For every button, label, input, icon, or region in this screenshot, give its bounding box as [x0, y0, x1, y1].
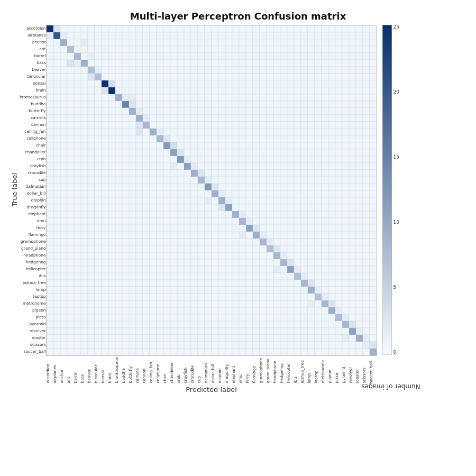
x-tick-label: dollar_bill [211, 357, 218, 383]
x-tick-label: cellphone [156, 357, 163, 383]
y-tick-label: crocodile [28, 169, 46, 176]
y-tick-label: helicopter [26, 266, 46, 272]
y-tick-label: pyramid [30, 321, 46, 327]
colorbar-tick: 5 [393, 285, 399, 290]
x-tick-label: dolphin [218, 357, 225, 383]
main-container: Multi-layer Perceptron Confusion matrix … [0, 0, 476, 476]
x-tick-label: helicopter [287, 357, 294, 383]
y-tick-label: accordion [26, 25, 46, 32]
colorbar-row: 2520151050 [382, 25, 399, 355]
colorbar-tick: 15 [393, 155, 399, 160]
y-tick-label: cannon [31, 121, 46, 128]
y-tick-label: ant [39, 45, 45, 52]
y-tick-label: pizza [35, 314, 45, 321]
x-tick-label: butterfly [129, 357, 135, 383]
y-tick-label: hedgehog [26, 259, 46, 266]
y-tick-label: lamp [36, 286, 46, 293]
colorbar-tick: 10 [393, 220, 399, 225]
y-tick-label: anchor [32, 39, 46, 45]
y-tick-label: ceiling_fan [24, 128, 45, 135]
x-tick-label: grand_piano [266, 357, 273, 383]
x-tick-label: scissors [362, 357, 369, 383]
x-tick-label: chair [163, 357, 170, 383]
x-tick-label: headphone [273, 357, 280, 383]
chart-area: Multi-layer Perceptron Confusion matrix … [11, 11, 465, 465]
x-tick-label: gramophone [259, 357, 266, 383]
chart-title: Multi-layer Perceptron Confusion matrix [11, 11, 465, 22]
x-tick-label: crab [177, 357, 184, 383]
y-axis-title: True label [11, 173, 19, 206]
y-tick-label: binocular [28, 73, 46, 80]
x-tick-label: beaver [87, 357, 94, 383]
x-tick-label: soccer_ball [369, 357, 376, 383]
x-tick-label: dalmatian [204, 357, 211, 383]
y-tick-label: dragonfly [27, 204, 46, 210]
y-tick-label: cup [39, 176, 46, 183]
colorbar-tick: 20 [393, 90, 399, 95]
x-tick-labels: accordionairplanesanchorantbarrelbassbea… [46, 357, 377, 383]
y-tick-label: crab [37, 155, 46, 162]
y-tick-label: chair [36, 142, 46, 149]
y-tick-label: ibis [39, 272, 46, 279]
y-tick-label: dalmatian [26, 183, 46, 190]
x-tick-label: metronome [321, 357, 328, 383]
y-tick-label: laptop [33, 293, 46, 300]
x-tick-label: ant [67, 357, 74, 383]
x-tick-label: bass [80, 357, 87, 383]
x-tick-label: elephant [232, 357, 239, 383]
y-tick-label: emu [37, 217, 46, 224]
x-tick-label: ceiling_fan [149, 357, 156, 383]
y-tick-label: barrel [34, 52, 46, 59]
x-tick-label: chandelier [170, 357, 177, 383]
y-tick-label: flamingo [29, 231, 46, 238]
x-tick-label: barrel [74, 357, 80, 383]
x-tick-label: camera [135, 357, 142, 383]
confusion-matrix [46, 25, 377, 356]
x-tick-label: emu [239, 357, 245, 383]
y-tick-label: brontosaurus [20, 94, 46, 100]
y-tick-label: scissors [30, 341, 46, 348]
y-tick-label: airplanes [28, 32, 45, 39]
y-tick-label: headphone [23, 252, 45, 259]
colorbar-ticks: 2520151050 [393, 25, 399, 355]
y-tick-label: camera [31, 114, 45, 121]
x-tick-label: buddha [122, 357, 129, 383]
matrix-col: accordionairplanesanchorantbarrelbassbea… [46, 25, 377, 393]
y-tick-label: revolver [30, 327, 46, 334]
x-tick-label: crayfish [184, 357, 190, 383]
y-tick-label: chandelier [25, 149, 45, 155]
y-tick-label: soccer_ball [24, 348, 46, 355]
x-tick-label: revolver [349, 357, 355, 383]
chart-wrapper: True label accordionairplanesanchorantba… [11, 25, 465, 416]
x-tick-label: pizza [335, 357, 342, 383]
y-tick-label: elephant [28, 210, 45, 217]
x-axis-title: Predicted label [46, 386, 377, 393]
x-tick-label: brain [108, 357, 115, 383]
y-tick-label: butterfly [29, 107, 45, 114]
x-tick-label: cup [197, 357, 204, 383]
y-tick-label: gramophone [21, 238, 46, 245]
y-tick-label: joshua_tree [23, 279, 46, 286]
x-tick-label: ibis [294, 357, 300, 383]
x-tick-label: laptop [314, 357, 321, 383]
x-tick-label: airplanes [53, 357, 60, 383]
y-tick-label: cellphone [26, 135, 45, 142]
x-tick-label: lamp [307, 357, 314, 383]
colorbar-container: 2520151050 Number of images [382, 25, 399, 416]
x-tick-label: accordion [46, 357, 53, 383]
x-tick-label: pyramid [342, 357, 349, 383]
y-tick-label: crayfish [30, 162, 46, 169]
x-tick-label: cannon [142, 357, 149, 383]
x-tick-label: hedgehog [280, 357, 287, 383]
x-tick-label: dragonfly [225, 357, 232, 383]
y-tick-label: buddha [31, 100, 45, 107]
colorbar [382, 25, 392, 355]
y-tick-label: bass [36, 59, 45, 66]
x-tick-label: crocodile [190, 357, 197, 383]
y-tick-label: brain [35, 87, 45, 94]
y-tick-labels: accordionairplanesanchorantbarrelbassbea… [20, 25, 46, 355]
x-tick-label: brontosaurus [115, 357, 122, 383]
y-tick-label: dolphin [31, 197, 46, 204]
y-tick-label: pigeon [32, 307, 46, 314]
y-tick-label: beaver [32, 66, 45, 73]
